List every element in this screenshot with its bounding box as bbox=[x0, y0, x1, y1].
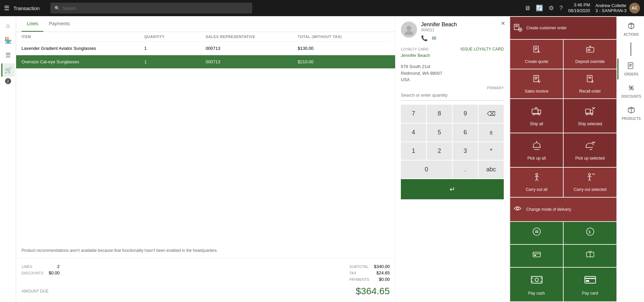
sidebar-item-menu[interactable]: ☰ bbox=[1, 48, 15, 62]
topbar-icons: 🖥 🔄 ⚙ ? 3:46 PM 08/19/2020 Andrew Collet… bbox=[524, 2, 640, 14]
help-icon[interactable]: ? bbox=[559, 5, 563, 12]
settings-icon[interactable]: ⚙ bbox=[548, 4, 554, 12]
close-button[interactable]: ✕ bbox=[501, 20, 505, 27]
amount-due-value: $364.65 bbox=[356, 286, 390, 297]
svg-rect-21 bbox=[587, 75, 592, 82]
numpad-enter[interactable]: ↵ bbox=[401, 179, 504, 199]
numpad-0[interactable]: 0 bbox=[401, 161, 452, 178]
numpad-4[interactable]: 4 bbox=[401, 124, 426, 141]
svg-point-39 bbox=[536, 173, 538, 175]
svg-point-76 bbox=[631, 88, 633, 90]
numpad-backspace[interactable]: ⌫ bbox=[479, 105, 504, 123]
total: $210.00 bbox=[298, 59, 390, 64]
products-icon bbox=[628, 106, 635, 115]
tab-lines[interactable]: Lines bbox=[22, 16, 43, 32]
numpad-6[interactable]: 6 bbox=[453, 124, 478, 141]
numpad-1[interactable]: 1 bbox=[401, 142, 426, 160]
pick-up-all-tile[interactable]: Pick up all bbox=[510, 133, 563, 167]
numpad-3[interactable]: 3 bbox=[453, 142, 478, 160]
action-tiles: Create customer order Create quote Depos… bbox=[509, 16, 617, 302]
ship-selected-tile[interactable]: Ship selected bbox=[564, 99, 616, 133]
svg-point-61 bbox=[535, 278, 538, 281]
svg-rect-30 bbox=[585, 109, 590, 113]
pay-card-small-tile[interactable] bbox=[510, 245, 563, 267]
sidebar-item-cart[interactable]: 🛒 bbox=[1, 63, 15, 77]
refresh-icon[interactable]: 🔄 bbox=[536, 4, 543, 12]
numpad-search-input[interactable] bbox=[401, 90, 504, 101]
orders-label: ORDERS bbox=[624, 72, 639, 76]
numpad-9[interactable]: 9 bbox=[453, 105, 478, 123]
product-name: Lavender Gradient Aviator Sunglasses bbox=[22, 46, 144, 51]
svg-line-43 bbox=[537, 179, 538, 181]
numpad-5[interactable]: 5 bbox=[427, 124, 452, 141]
tab-payments[interactable]: Payments bbox=[43, 16, 75, 32]
numpad-plusminus[interactable]: ± bbox=[479, 124, 504, 141]
payments-label: PAYMENTS bbox=[349, 277, 369, 281]
table-row[interactable]: Oversize Cat-eye Sunglasses 1 000713 $21… bbox=[16, 55, 395, 69]
svg-point-0 bbox=[407, 26, 411, 31]
ship-all-tile[interactable]: Ship all bbox=[510, 99, 563, 133]
products-col-item[interactable]: PRODUCTS bbox=[617, 103, 644, 124]
actions-icon bbox=[628, 22, 635, 31]
discounts-col-item[interactable]: DISCOUNTS bbox=[617, 81, 644, 102]
numpad-area: 7 8 9 ⌫ 4 5 6 ± 1 2 3 * 0 . abc ↵ bbox=[401, 90, 504, 297]
change-mode-delivery-tile[interactable]: Change mode of delivery bbox=[510, 198, 616, 221]
issue-loyalty-button[interactable]: Issue loyalty card bbox=[460, 47, 504, 52]
orders-col-item[interactable]: ORDERS bbox=[617, 59, 644, 79]
right-section: Create customer order Create quote Depos… bbox=[509, 16, 644, 302]
monitor-icon[interactable]: 🖥 bbox=[524, 5, 530, 12]
pay-card-tile[interactable]: Pay card bbox=[564, 268, 616, 301]
numpad-asterisk[interactable]: * bbox=[479, 142, 504, 160]
amount-due-row: AMOUNT DUE $364.65 bbox=[22, 286, 390, 297]
pick-up-selected-label: Pick up selected bbox=[575, 156, 605, 161]
actions-col-item[interactable]: ACTIONS bbox=[617, 19, 644, 40]
sales-invoice-tile[interactable]: Sales invoice bbox=[510, 69, 563, 98]
pay-cash-tile[interactable]: Pay cash bbox=[510, 268, 563, 301]
col-rep: SALES REPRESENTATIVE bbox=[206, 35, 298, 39]
numpad-8[interactable]: 8 bbox=[427, 105, 452, 123]
hamburger-menu[interactable]: ☰ bbox=[4, 4, 9, 12]
pay-gift-tile[interactable] bbox=[564, 245, 616, 267]
ship-all-label: Ship all bbox=[530, 122, 543, 126]
pay-cash-icon bbox=[531, 274, 543, 288]
pay-card-icon bbox=[584, 274, 596, 288]
create-quote-tile[interactable]: Create quote bbox=[510, 40, 563, 69]
pay-loyalty-tile[interactable]: $ bbox=[564, 222, 616, 244]
email-icon[interactable]: ✉ bbox=[432, 35, 436, 41]
tax-label: TAX bbox=[349, 271, 356, 275]
svg-point-32 bbox=[591, 113, 593, 115]
pick-up-all-label: Pick up all bbox=[527, 156, 546, 161]
phone-icon[interactable]: 📞 bbox=[421, 35, 428, 41]
search-input[interactable] bbox=[63, 6, 248, 11]
customer-name: Jennifer Beach bbox=[421, 22, 457, 28]
primary-badge: PRIMARY bbox=[401, 86, 504, 90]
quantity: 1 bbox=[144, 59, 206, 64]
svg-point-44 bbox=[589, 173, 591, 175]
user-info: Andrew Collette 3 - SANFRAN-3 AC bbox=[596, 3, 640, 13]
table-header: ITEM QUANTITY SALES REPRESENTATIVE TOTAL… bbox=[22, 32, 390, 42]
svg-rect-68 bbox=[586, 280, 589, 282]
carry-out-all-tile[interactable]: Carry out all bbox=[510, 168, 563, 197]
numpad-7[interactable]: 7 bbox=[401, 105, 426, 123]
products-label: PRODUCTS bbox=[622, 117, 641, 121]
table-row[interactable]: Lavender Gradient Aviator Sunglasses 1 0… bbox=[22, 42, 390, 55]
svg-line-42 bbox=[535, 179, 537, 181]
numpad-2[interactable]: 2 bbox=[427, 142, 452, 160]
svg-point-25 bbox=[533, 113, 534, 115]
search-bar[interactable]: 🔍 bbox=[50, 3, 252, 13]
pick-up-all-icon bbox=[531, 140, 542, 153]
sales-rep: 000713 bbox=[206, 59, 298, 64]
pay-gift-icon bbox=[585, 250, 595, 262]
create-customer-order-tile[interactable]: Create customer order bbox=[510, 17, 616, 39]
pay-loyalty-icon: $ bbox=[585, 227, 595, 239]
pick-up-selected-tile[interactable]: Pick up selected bbox=[564, 133, 616, 167]
sidebar-item-store[interactable]: 🏪 bbox=[1, 34, 15, 47]
carry-out-selected-tile[interactable]: Carry out selected bbox=[564, 168, 616, 197]
recall-order-tile[interactable]: Recall order bbox=[564, 69, 616, 98]
deposit-override-tile[interactable]: Deposit override bbox=[564, 40, 616, 69]
numpad-abc[interactable]: abc bbox=[479, 161, 504, 178]
sales-invoice-icon bbox=[532, 74, 541, 86]
sidebar-item-home[interactable]: ⌂ bbox=[1, 19, 15, 32]
numpad-dot[interactable]: . bbox=[453, 161, 478, 178]
pay-equals-tile[interactable] bbox=[510, 222, 563, 244]
